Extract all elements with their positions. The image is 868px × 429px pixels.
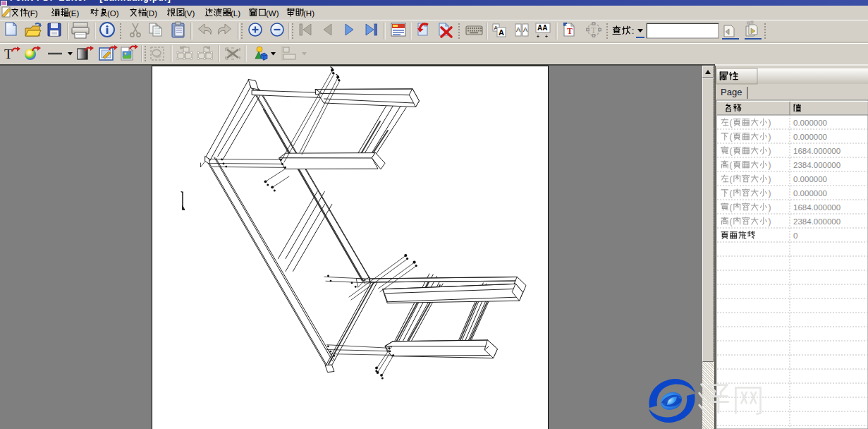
svg-text:(D): (D): [146, 9, 157, 18]
svg-text:T: T: [591, 25, 597, 35]
svg-text:T: T: [567, 26, 573, 36]
svg-text:(: (: [730, 160, 733, 170]
svg-text:(E): (E): [68, 9, 80, 18]
svg-text:0.000000: 0.000000: [793, 119, 827, 127]
svg-text:(: (: [730, 217, 733, 226]
svg-text:A: A: [499, 28, 504, 37]
svg-text:(: (: [730, 203, 733, 212]
svg-text:1684.000000: 1684.000000: [793, 203, 841, 212]
svg-text:): ): [769, 118, 771, 128]
svg-text:(O): (O): [107, 9, 119, 18]
svg-text:(W): (W): [266, 9, 279, 18]
svg-text:): ): [769, 217, 771, 226]
svg-text:0.000000: 0.000000: [793, 133, 827, 141]
svg-text:): ): [769, 188, 771, 198]
svg-text:2384.000000: 2384.000000: [793, 161, 841, 169]
svg-text:2384.000000: 2384.000000: [793, 217, 841, 226]
svg-text::: :: [632, 26, 634, 36]
svg-text:): ): [769, 160, 771, 170]
svg-text:): ): [769, 146, 771, 156]
svg-text:0: 0: [793, 231, 797, 240]
svg-text:): ): [769, 203, 771, 212]
svg-text:(L): (L): [231, 9, 240, 18]
svg-text:(F): (F): [27, 9, 38, 18]
svg-text:(: (: [730, 174, 733, 184]
svg-text:(: (: [730, 132, 733, 142]
svg-text:0.000000: 0.000000: [793, 175, 827, 183]
svg-text:(: (: [730, 188, 733, 198]
svg-text:(: (: [730, 118, 733, 128]
svg-text:Page: Page: [721, 87, 742, 97]
svg-text:1684.000000: 1684.000000: [793, 147, 841, 155]
svg-text:(: (: [730, 146, 733, 156]
svg-text:(H): (H): [303, 9, 314, 18]
svg-text:(V): (V): [184, 9, 195, 18]
svg-text:0.000000: 0.000000: [793, 189, 827, 198]
svg-text:): ): [769, 132, 771, 142]
svg-text:): ): [769, 174, 771, 184]
svg-text:A: A: [523, 26, 527, 33]
svg-text:T: T: [4, 47, 13, 61]
svg-text:A: A: [516, 26, 520, 33]
svg-text:AA: AA: [537, 24, 547, 32]
